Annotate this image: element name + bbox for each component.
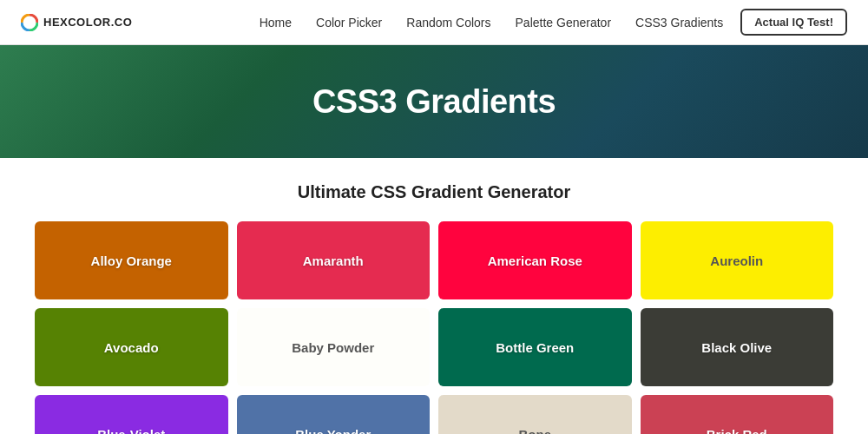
color-card[interactable]: Blue Yonder xyxy=(237,395,431,434)
color-card-label: Alloy Orange xyxy=(84,250,179,272)
color-card[interactable]: American Rose xyxy=(438,221,632,299)
iq-test-button[interactable]: Actual IQ Test! xyxy=(740,9,847,36)
color-card-label: Amaranth xyxy=(296,250,371,272)
nav-item-css3-gradients[interactable]: CSS3 Gradients xyxy=(635,15,723,30)
color-card-label: Bone xyxy=(512,424,559,435)
section-title: Ultimate CSS Gradient Generator xyxy=(35,182,833,202)
color-grid: Alloy OrangeAmaranthAmerican RoseAureoli… xyxy=(35,221,833,434)
color-card-label: Bottle Green xyxy=(489,337,581,358)
color-card[interactable]: Blue-Violet xyxy=(35,395,228,434)
nav-links: Home Color Picker Random Colors Palette … xyxy=(260,15,724,30)
nav-item-random-colors[interactable]: Random Colors xyxy=(406,15,490,30)
color-card[interactable]: Brick Red xyxy=(641,395,834,434)
color-card-label: Brick Red xyxy=(700,424,774,435)
main-content: Ultimate CSS Gradient Generator Alloy Or… xyxy=(0,158,868,434)
color-card-label: American Rose xyxy=(481,250,589,272)
color-card[interactable]: Avocado xyxy=(35,308,228,386)
logo-icon xyxy=(21,14,38,31)
color-card-label: Aureolin xyxy=(703,250,770,272)
logo-area[interactable]: HEXCOLOR.CO xyxy=(21,14,132,31)
hero-banner: CSS3 Gradients xyxy=(0,45,868,158)
color-card[interactable]: Alloy Orange xyxy=(35,221,228,299)
color-card-label: Blue-Violet xyxy=(90,424,172,435)
logo-text: HEXCOLOR.CO xyxy=(43,16,132,29)
color-card-label: Avocado xyxy=(97,337,166,358)
nav-item-palette-generator[interactable]: Palette Generator xyxy=(516,15,612,30)
color-card-label: Black Olive xyxy=(694,337,779,358)
hero-title: CSS3 Gradients xyxy=(312,83,556,121)
color-card[interactable]: Bottle Green xyxy=(438,308,632,386)
navbar: HEXCOLOR.CO Home Color Picker Random Col… xyxy=(0,0,868,45)
color-card[interactable]: Bone xyxy=(438,395,632,434)
color-card[interactable]: Amaranth xyxy=(237,221,431,299)
color-card[interactable]: Black Olive xyxy=(641,308,834,386)
nav-item-color-picker[interactable]: Color Picker xyxy=(316,15,382,30)
nav-item-home[interactable]: Home xyxy=(260,15,292,30)
color-card-label: Baby Powder xyxy=(285,337,381,358)
color-card[interactable]: Baby Powder xyxy=(237,308,431,386)
color-card-label: Blue Yonder xyxy=(288,424,378,435)
color-card[interactable]: Aureolin xyxy=(641,221,834,299)
